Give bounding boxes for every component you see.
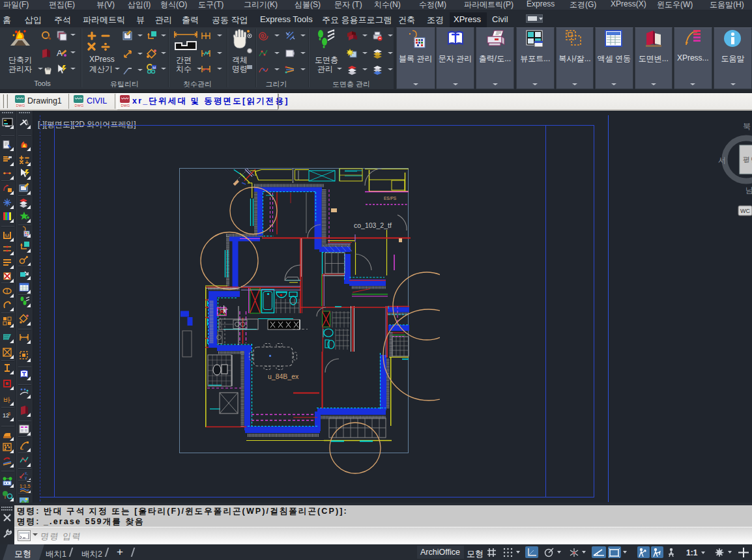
svg-text:DWG: DWG	[121, 104, 130, 107]
svg-text:남: 남	[745, 186, 752, 195]
svg-text:1:1.5: 1:1.5	[20, 483, 31, 489]
svg-text:바: 바	[3, 396, 10, 404]
svg-text:M: M	[152, 66, 156, 70]
svg-text:WC: WC	[740, 208, 750, 214]
svg-text:z: z	[129, 50, 132, 55]
svg-text:북: 북	[743, 122, 751, 131]
svg-text:서: 서	[718, 156, 726, 165]
svg-text:co_103_2_tf: co_103_2_tf	[354, 221, 392, 229]
svg-text:ES/PS: ES/PS	[384, 196, 397, 201]
svg-text:x,: x,	[25, 471, 28, 475]
svg-text:3: 3	[8, 412, 10, 416]
svg-text:u_84B_ex: u_84B_ex	[268, 372, 299, 380]
svg-text:DWG: DWG	[75, 104, 83, 107]
svg-text:DWG: DWG	[16, 104, 25, 107]
svg-text:평면: 평면	[743, 156, 752, 163]
